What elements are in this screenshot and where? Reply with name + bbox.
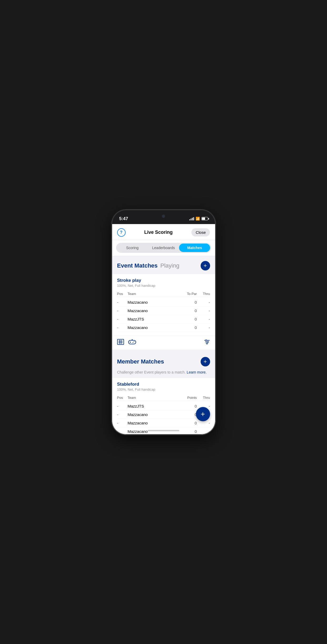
table-row: - MazzJTS 0 - bbox=[117, 315, 210, 323]
svg-point-9 bbox=[133, 341, 134, 342]
row-team: Mazzacano bbox=[128, 308, 179, 313]
app-header: ? Live Scoring Close bbox=[112, 224, 215, 240]
row-pos: - bbox=[117, 412, 128, 417]
svg-point-16 bbox=[205, 340, 207, 341]
row-pos: - bbox=[117, 429, 128, 434]
row-score: 0 bbox=[179, 300, 197, 304]
fab-button[interactable]: + bbox=[196, 407, 210, 421]
tab-leaderboards[interactable]: Leaderboards bbox=[148, 244, 179, 252]
col-team: Team bbox=[128, 396, 179, 400]
camera-dot bbox=[162, 215, 165, 218]
stroke-play-title: Stroke play bbox=[117, 278, 210, 283]
separator-1 bbox=[112, 350, 215, 352]
learn-more-link[interactable]: Learn more. bbox=[187, 370, 206, 374]
event-matches-subtitle: Playing bbox=[160, 262, 179, 269]
svg-point-18 bbox=[206, 343, 207, 344]
event-matches-header: Event Matches Playing + bbox=[112, 256, 215, 274]
row-team: MazzJTS bbox=[128, 404, 179, 408]
add-event-match-button[interactable]: + bbox=[201, 261, 210, 270]
tab-segment: Scoring Leaderboards Matches bbox=[116, 243, 211, 253]
row-pos: - bbox=[117, 325, 128, 330]
member-challenge-text: Challenge other Event players to a match… bbox=[112, 370, 215, 378]
col-topar: To Par bbox=[179, 292, 197, 296]
gamepad-icon[interactable] bbox=[128, 339, 136, 346]
row-thru: - bbox=[197, 300, 210, 304]
row-team: MazzJTS bbox=[128, 317, 179, 321]
row-thru: - bbox=[197, 325, 210, 330]
stroke-play-subtitle: 100%, Net, Full handicap bbox=[117, 284, 210, 288]
col-pos: Pos bbox=[117, 396, 128, 400]
row-score: 0 bbox=[179, 308, 197, 313]
stableford-title: Stableford bbox=[117, 382, 210, 387]
phone-frame: 5:47 📶 ? Live Scoring Close bbox=[112, 210, 215, 434]
svg-point-17 bbox=[207, 341, 209, 343]
col-team: Team bbox=[128, 292, 179, 296]
row-pos: - bbox=[117, 404, 128, 408]
home-indicator bbox=[148, 430, 179, 431]
col-pos: Pos bbox=[117, 292, 128, 296]
col-thru: Thru bbox=[197, 292, 210, 296]
stableford-card: Stableford 100%, Net, Full handicap Pos … bbox=[112, 378, 215, 434]
row-team: Mazzacano bbox=[128, 412, 179, 417]
row-pos: - bbox=[117, 300, 128, 304]
table-row: - Mazzacano 0 - bbox=[117, 298, 210, 307]
row-score: 0 bbox=[179, 317, 197, 321]
row-thru: - bbox=[197, 317, 210, 321]
filter-icon[interactable] bbox=[204, 339, 210, 346]
row-team: Mazzacano bbox=[128, 421, 179, 425]
signal-icon bbox=[189, 217, 194, 220]
close-button[interactable]: Close bbox=[191, 228, 210, 236]
row-thru: - bbox=[197, 429, 210, 434]
table-row: - Mazzacano 0 - bbox=[117, 419, 210, 427]
row-score: 0 bbox=[179, 429, 197, 434]
svg-rect-6 bbox=[128, 340, 136, 344]
battery-icon bbox=[201, 217, 208, 220]
tab-matches[interactable]: Matches bbox=[179, 244, 210, 252]
table-row: - Mazzacano 0 - bbox=[117, 323, 210, 332]
help-button[interactable]: ? bbox=[117, 228, 126, 237]
wifi-icon: 📶 bbox=[196, 217, 200, 221]
scorecard-icon[interactable] bbox=[117, 339, 124, 346]
stroke-play-content: Stroke play 100%, Net, Full handicap Pos… bbox=[112, 274, 215, 336]
stableford-subtitle: 100%, Net, Full handicap bbox=[117, 388, 210, 391]
screen: ? Live Scoring Close Scoring Leaderboard… bbox=[112, 224, 215, 434]
table-row: - MazzJTS 0 - bbox=[117, 402, 210, 410]
page-title: Live Scoring bbox=[144, 230, 173, 235]
event-matches-title-group: Event Matches Playing bbox=[117, 262, 180, 269]
stroke-play-card: Stroke play 100%, Net, Full handicap Pos… bbox=[112, 274, 215, 350]
col-points: Points bbox=[179, 396, 197, 400]
status-time: 5:47 bbox=[119, 216, 128, 221]
status-icons: 📶 bbox=[189, 217, 208, 221]
stroke-play-table-header: Pos Team To Par Thru bbox=[117, 291, 210, 297]
stroke-play-footer bbox=[112, 336, 215, 350]
row-score: 0 bbox=[179, 325, 197, 330]
add-member-match-button[interactable]: + bbox=[201, 357, 210, 366]
member-matches-title: Member Matches bbox=[117, 358, 164, 365]
event-matches-title: Event Matches bbox=[117, 262, 158, 269]
row-score: 0 bbox=[179, 421, 197, 425]
table-row: - Mazzacano 0 - bbox=[117, 307, 210, 315]
stableford-table-header: Pos Team Points Thru bbox=[117, 395, 210, 401]
row-thru: - bbox=[197, 308, 210, 313]
row-pos: - bbox=[117, 421, 128, 425]
col-thru: Thru bbox=[197, 396, 210, 400]
tab-bar: Scoring Leaderboards Matches bbox=[112, 240, 215, 256]
svg-point-10 bbox=[132, 342, 133, 343]
stableford-content: Stableford 100%, Net, Full handicap Pos … bbox=[112, 378, 215, 434]
row-score: 0 bbox=[179, 412, 197, 417]
row-thru: - bbox=[197, 421, 210, 425]
row-team: Mazzacano bbox=[128, 300, 179, 304]
row-score: 0 bbox=[179, 404, 197, 408]
member-matches-header: Member Matches + bbox=[112, 352, 215, 370]
tab-scoring[interactable]: Scoring bbox=[117, 244, 148, 252]
app-content[interactable]: ? Live Scoring Close Scoring Leaderboard… bbox=[112, 224, 215, 434]
row-team: Mazzacano bbox=[128, 325, 179, 330]
row-pos: - bbox=[117, 308, 128, 313]
footer-left-icons bbox=[117, 339, 136, 346]
row-pos: - bbox=[117, 317, 128, 321]
